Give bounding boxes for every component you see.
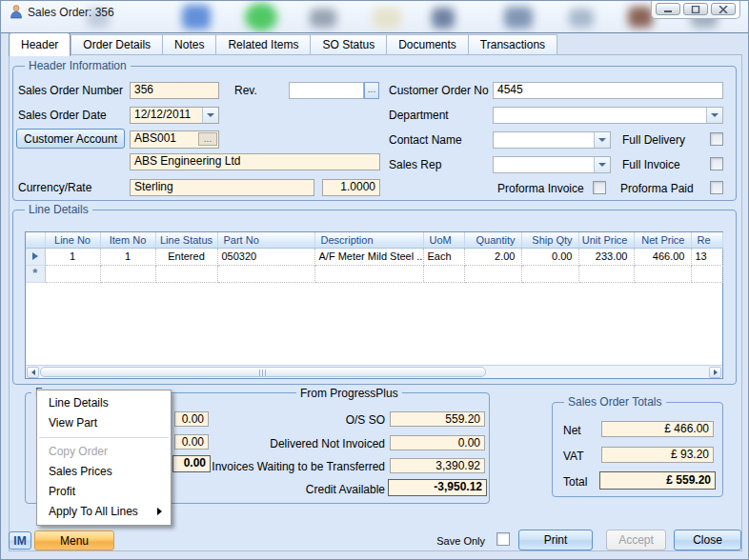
sales-order-date-field[interactable]: 12/12/2011 <box>130 107 219 124</box>
cell-net-price[interactable]: 466.00 <box>634 248 691 265</box>
cell-req-clipped[interactable]: 13 <box>691 248 722 265</box>
accept-button[interactable]: Accept <box>606 530 666 550</box>
currency-rate-label: Currency/Rate <box>18 181 91 194</box>
rev-browse-button[interactable]: ... <box>364 82 379 99</box>
total-field[interactable]: £ 559.20 <box>599 471 716 490</box>
tab-related-items[interactable]: Related Items <box>216 34 311 55</box>
col-ship-qty[interactable]: Ship Qty <box>521 232 578 248</box>
left-value-field-3[interactable]: 0.00 <box>172 455 211 472</box>
tab-so-status[interactable]: SO Status <box>311 34 387 55</box>
tab-header[interactable]: Header <box>9 32 71 56</box>
left-value-field-2[interactable]: 0.00 <box>174 434 209 450</box>
proforma-invoice-label: Proforma Invoice <box>497 182 584 195</box>
menu-item-label: Apply To All Lines <box>49 505 138 518</box>
cell-uom[interactable]: Each <box>423 248 464 265</box>
row-arrow-icon <box>32 252 38 260</box>
credit-available-label: Credit Available <box>211 483 385 496</box>
customer-account-name-field[interactable]: ABS Engineering Ltd <box>130 153 380 170</box>
arrow-right-icon <box>714 370 718 375</box>
full-delivery-checkbox[interactable] <box>710 132 723 146</box>
menu-item-view-part[interactable]: View Part <box>37 413 171 433</box>
menu-item-line-details[interactable]: Line Details <box>37 393 171 413</box>
chevron-down-icon <box>598 163 606 167</box>
col-net-price[interactable]: Net Price <box>634 232 691 248</box>
left-value-field-1[interactable]: 0.00 <box>174 411 209 427</box>
print-button[interactable]: Print <box>518 530 593 550</box>
table-row[interactable]: 1 1 Entered 050320 A/F Meter Mild Steel … <box>26 248 722 265</box>
sales-rep-dropdown-button[interactable] <box>594 157 610 172</box>
department-dropdown-button[interactable] <box>706 108 722 123</box>
rev-field[interactable] <box>289 82 364 99</box>
scroll-right-button[interactable] <box>709 367 721 378</box>
menu-item-apply-to-all-lines[interactable]: Apply To All Lines <box>37 502 171 522</box>
col-line-status[interactable]: Line Status <box>155 232 217 248</box>
proforma-paid-checkbox[interactable] <box>710 181 723 194</box>
menu-item-sales-prices[interactable]: Sales Prices <box>37 462 171 482</box>
cell-item-no[interactable]: 1 <box>100 248 155 265</box>
menu-button[interactable]: Menu <box>34 530 114 550</box>
tab-transactions[interactable]: Transactions <box>469 34 557 55</box>
close-button[interactable] <box>711 3 736 15</box>
col-part-no[interactable]: Part No <box>217 232 314 248</box>
customer-account-code-field[interactable]: ABS001 ... <box>130 130 219 149</box>
rate-field[interactable]: 1.0000 <box>322 179 380 196</box>
col-quantity[interactable]: Quantity <box>464 232 521 248</box>
scroll-left-button[interactable] <box>27 367 39 378</box>
new-row-indicator[interactable]: * <box>26 265 45 282</box>
net-field[interactable]: £ 466.00 <box>601 421 714 437</box>
sales-rep-label: Sales Rep <box>389 158 441 171</box>
new-row[interactable]: * <box>26 265 722 282</box>
contact-name-dropdown[interactable] <box>493 131 611 149</box>
proforma-invoice-checkbox[interactable] <box>593 181 606 194</box>
customer-account-code: ABS001 <box>134 131 176 145</box>
os-so-field[interactable]: 559.20 <box>390 411 485 427</box>
invoices-waiting-field[interactable]: 3,390.92 <box>390 458 485 473</box>
col-uom[interactable]: UoM <box>423 232 464 248</box>
department-dropdown[interactable] <box>493 107 723 124</box>
delivered-not-invoiced-field[interactable]: 0.00 <box>390 435 485 450</box>
close-action-button[interactable]: Close <box>674 530 741 550</box>
chevron-down-icon <box>598 138 606 142</box>
customer-account-browse-button[interactable]: ... <box>198 132 217 146</box>
contact-name-dropdown-button[interactable] <box>594 132 610 148</box>
tab-order-details[interactable]: Order Details <box>71 34 163 55</box>
cell-quantity[interactable]: 2.00 <box>464 248 521 265</box>
date-dropdown-button[interactable] <box>202 108 218 123</box>
sales-rep-dropdown[interactable] <box>493 156 611 173</box>
tab-documents[interactable]: Documents <box>387 34 469 55</box>
sales-order-number-field[interactable]: 356 <box>130 82 219 99</box>
save-only-checkbox[interactable] <box>496 532 510 546</box>
menu-item-copy-order[interactable]: Copy Order <box>37 442 171 462</box>
grid-horizontal-scrollbar[interactable] <box>26 365 722 378</box>
invoices-waiting-label: Invoices Waiting to be Transferred <box>211 460 385 473</box>
scrollbar-thumb[interactable] <box>40 367 486 377</box>
customer-account-button[interactable]: Customer Account <box>16 129 125 149</box>
col-description[interactable]: Description <box>314 232 423 248</box>
customer-order-no-field[interactable]: 4545 <box>493 82 723 99</box>
current-row-indicator[interactable] <box>26 248 45 265</box>
maximize-button[interactable] <box>683 3 708 15</box>
blurred-desktop-icon <box>504 7 533 29</box>
cell-line-no[interactable]: 1 <box>45 248 100 265</box>
cell-line-status[interactable]: Entered <box>155 248 217 265</box>
cell-ship-qty[interactable]: 0.00 <box>521 248 578 265</box>
menu-item-profit[interactable]: Profit <box>37 482 171 502</box>
save-only-label: Save Only <box>425 535 485 547</box>
full-invoice-checkbox[interactable] <box>710 157 723 170</box>
sales-order-date-value: 12/12/2011 <box>134 108 191 121</box>
currency-field[interactable]: Sterling <box>130 179 314 196</box>
minimize-button[interactable] <box>656 3 680 15</box>
cell-description[interactable]: A/F Meter Mild Steel ... <box>314 248 423 265</box>
col-line-no[interactable]: Line No <box>45 232 100 248</box>
cell-part-no[interactable]: 050320 <box>217 248 314 265</box>
vat-field[interactable]: £ 93.20 <box>601 447 714 463</box>
im-button[interactable]: IM <box>9 531 31 550</box>
cell-unit-price[interactable]: 233.00 <box>578 248 634 265</box>
col-req-clipped[interactable]: Re <box>691 232 722 248</box>
col-unit-price[interactable]: Unit Price <box>578 232 634 248</box>
credit-available-field[interactable]: -3,950.12 <box>388 479 487 496</box>
contact-name-label: Contact Name <box>389 133 462 147</box>
col-item-no[interactable]: Item No <box>100 232 155 248</box>
chevron-down-icon <box>207 113 214 117</box>
tab-notes[interactable]: Notes <box>163 34 216 55</box>
